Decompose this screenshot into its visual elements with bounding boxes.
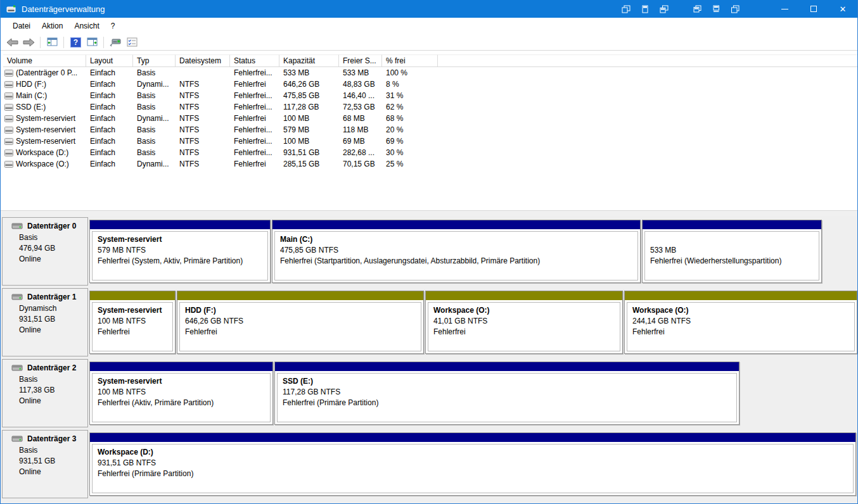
checklist-icon[interactable]: [124, 35, 139, 49]
table-row[interactable]: System-reserviert Einfach Dynami... NTFS…: [3, 113, 857, 124]
toolbar: ?: [1, 34, 857, 51]
cell-freier: 533 MB: [339, 67, 382, 79]
menu-hilfe[interactable]: ?: [105, 19, 121, 33]
help-icon[interactable]: ?: [68, 35, 83, 49]
cell-typ: Basis: [133, 67, 176, 79]
column-header-layout[interactable]: Layout: [86, 54, 133, 66]
mmc-tile-vertical-icon[interactable]: [636, 0, 655, 18]
cell-typ: Basis: [133, 124, 176, 135]
volume-icon: [4, 104, 13, 111]
disk-row-3: Datenträger 3 Basis 931,51 GB Online Wor…: [2, 430, 857, 498]
menu-bar: Datei Aktion Ansicht ?: [1, 18, 857, 34]
partition-workspace-o-1[interactable]: Workspace (O:) 41,01 GB NTFS Fehlerfrei: [425, 291, 623, 354]
partition-system-reserviert[interactable]: System-reserviert 100 MB NTFS Fehlerfrei…: [89, 362, 273, 425]
cell-kapazitaet: 931,51 GB: [279, 147, 339, 158]
disk-0-info[interactable]: Datenträger 0 Basis 476,94 GB Online: [2, 217, 88, 286]
table-row[interactable]: (Datenträger 0 P... Einfach Basis Fehler…: [3, 67, 857, 79]
column-header-dateisystem[interactable]: Dateisystem: [176, 54, 230, 66]
table-row[interactable]: HDD (F:) Einfach Dynami... NTFS Fehlerfr…: [3, 79, 857, 90]
column-header-prozent-frei[interactable]: % frei: [382, 54, 438, 66]
cell-freier: 70,15 GB: [339, 158, 382, 170]
cell-volume: (Datenträger 0 P...: [16, 68, 77, 77]
table-row[interactable]: Main (C:) Einfach Basis NTFS Fehlerfrei.…: [3, 90, 857, 101]
column-header-typ[interactable]: Typ: [133, 54, 176, 66]
column-header-volume[interactable]: Volume: [3, 54, 86, 66]
back-icon[interactable]: [4, 35, 20, 49]
cell-volume: System-reserviert: [16, 125, 75, 134]
table-row[interactable]: SSD (E:) Einfach Basis NTFS Fehlerfrei..…: [3, 101, 857, 113]
mmc-minimize-windows-icon[interactable]: [707, 0, 726, 18]
mmc-cascade-icon[interactable]: [617, 0, 636, 18]
cell-frei-pct: 25 %: [382, 158, 438, 170]
properties-icon[interactable]: [108, 35, 123, 49]
cell-typ: Dynami...: [133, 79, 176, 90]
volume-icon: [4, 161, 13, 168]
maximize-button[interactable]: [799, 0, 828, 18]
partition-ssd-e[interactable]: SSD (E:) 117,28 GB NTFS Fehlerfrei (Prim…: [274, 362, 740, 425]
menu-datei[interactable]: Datei: [7, 19, 36, 33]
cell-kapazitaet: 533 MB: [279, 67, 339, 79]
disk-management-window: Datenträgerverwaltung ✕: [0, 0, 858, 504]
cell-status: Fehlerfrei: [230, 113, 279, 124]
menu-aktion[interactable]: Aktion: [36, 19, 68, 33]
mmc-new-window-icon[interactable]: [726, 0, 745, 18]
cell-dateisystem: NTFS: [176, 147, 230, 158]
cell-dateisystem: NTFS: [176, 135, 230, 147]
table-row[interactable]: Workspace (O:) Einfach Dynami... NTFS Fe…: [3, 158, 857, 170]
console-tree-icon[interactable]: [44, 35, 60, 49]
forward-icon[interactable]: [21, 35, 36, 49]
mmc-restore-windows-icon[interactable]: [688, 0, 707, 18]
cell-frei-pct: 30 %: [382, 147, 438, 158]
partition-recovery[interactable]: 533 MB Fehlerfrei (Wiederherstellungspar…: [642, 220, 822, 283]
partition-hdd-f[interactable]: HDD (F:) 646,26 GB NTFS Fehlerfrei: [177, 291, 424, 354]
cell-freier: 48,83 GB: [339, 79, 382, 90]
svg-text:?: ?: [73, 38, 77, 47]
column-header-status[interactable]: Status: [230, 54, 279, 66]
cell-volume: Workspace (O:): [16, 160, 69, 168]
partition-workspace-d[interactable]: Workspace (D:) 931,51 GB NTFS Fehlerfrei…: [89, 432, 856, 496]
disk-3-info[interactable]: Datenträger 3 Basis 931,51 GB Online: [2, 430, 88, 498]
cell-dateisystem: NTFS: [176, 124, 230, 135]
partition-color-bar: [90, 433, 855, 442]
column-header-kapazitaet[interactable]: Kapazität: [279, 54, 339, 66]
volume-list-pane: Volume Layout Typ Dateisystem Status Kap…: [1, 51, 857, 210]
cell-dateisystem: NTFS: [176, 113, 230, 124]
disk-row-0: Datenträger 0 Basis 476,94 GB Online Sys…: [2, 217, 857, 286]
disk-size: 117,38 GB: [19, 385, 85, 396]
menu-ansicht[interactable]: Ansicht: [68, 19, 105, 33]
cell-typ: Basis: [133, 101, 176, 113]
minimize-button[interactable]: [770, 0, 799, 18]
cell-kapazitaet: 100 MB: [279, 135, 339, 147]
column-header-freier-speicher[interactable]: Freier S...: [339, 54, 382, 66]
table-row[interactable]: System-reserviert Einfach Basis NTFS Feh…: [3, 135, 857, 147]
table-row[interactable]: System-reserviert Einfach Basis NTFS Feh…: [3, 124, 857, 135]
disk-2-info[interactable]: Datenträger 2 Basis 117,38 GB Online: [2, 359, 88, 427]
pane-splitter[interactable]: [1, 210, 857, 216]
partition-main-c[interactable]: Main (C:) 475,85 GB NTFS Fehlerfrei (Sta…: [272, 220, 641, 283]
partition-system-reserviert[interactable]: System-reserviert 100 MB NTFS Fehlerfrei: [89, 291, 176, 354]
disk-3-partitions: Workspace (D:) 931,51 GB NTFS Fehlerfrei…: [89, 432, 856, 496]
partition-system-reserviert[interactable]: System-reserviert 579 MB NTFS Fehlerfrei…: [89, 220, 271, 283]
cell-layout: Einfach: [86, 135, 133, 147]
volume-icon: [4, 70, 13, 77]
disk-1-info[interactable]: Datenträger 1 Dynamisch 931,51 GB Online: [2, 288, 88, 356]
cell-typ: Dynami...: [133, 158, 176, 170]
graphical-view-pane: Datenträger 0 Basis 476,94 GB Online Sys…: [1, 216, 857, 503]
close-button[interactable]: ✕: [828, 0, 857, 18]
cell-volume: SSD (E:): [16, 103, 46, 111]
table-row[interactable]: Workspace (D:) Einfach Basis NTFS Fehler…: [3, 147, 857, 158]
action-pane-icon[interactable]: [84, 35, 99, 49]
disk-status: Online: [19, 325, 85, 336]
disk-row-2: Datenträger 2 Basis 117,38 GB Online Sys…: [2, 359, 857, 427]
disk-row-1: Datenträger 1 Dynamisch 931,51 GB Online…: [2, 288, 857, 356]
cell-layout: Einfach: [86, 67, 133, 79]
partition-color-bar: [643, 220, 821, 229]
cell-kapazitaet: 100 MB: [279, 113, 339, 124]
partition-workspace-o-2[interactable]: Workspace (O:) 244,14 GB NTFS Fehlerfrei: [624, 291, 857, 354]
window-title: Datenträgerverwaltung: [22, 4, 105, 14]
cell-kapazitaet: 646,26 GB: [279, 79, 339, 90]
mmc-tile-horizontal-icon[interactable]: [655, 0, 674, 18]
cell-status: Fehlerfrei...: [230, 67, 279, 79]
cell-frei-pct: 100 %: [382, 67, 438, 79]
disk-drive-app-icon: [6, 4, 16, 13]
